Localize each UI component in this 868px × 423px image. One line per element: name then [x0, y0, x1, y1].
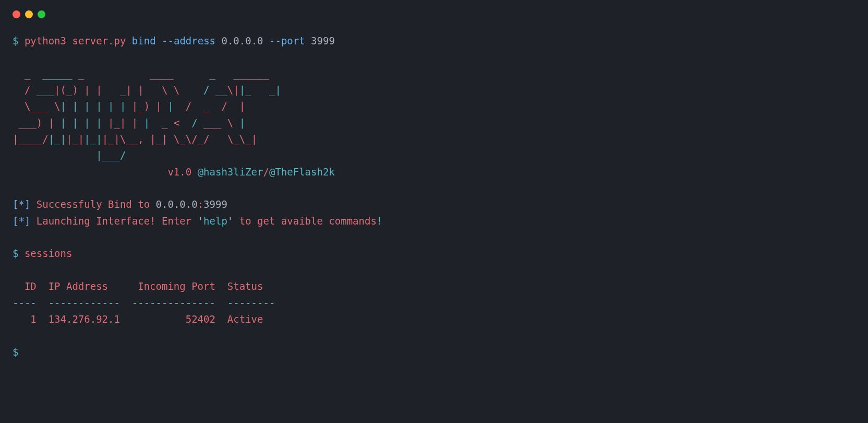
maximize-icon[interactable]: [38, 10, 45, 18]
ascii-art-line: _____: [30, 68, 72, 79]
ascii-art-line: [167, 133, 173, 145]
log-text: Launching Interface! Enter: [37, 215, 198, 227]
minimize-icon[interactable]: [25, 10, 33, 18]
ascii-art-line: |___/: [13, 149, 126, 161]
prompt-symbol: $: [13, 35, 18, 46]
log-prefix: [*]: [13, 198, 30, 210]
ascii-art-line: [144, 133, 150, 145]
ascii-art-line: [13, 100, 25, 112]
ascii-art-line: _ ____: [72, 68, 179, 79]
ascii-art-line: |_: [239, 84, 251, 96]
ascii-art-line: |(_) | | _| | \ \: [54, 84, 198, 96]
quote: ': [227, 215, 233, 227]
ascii-art-line: _ <: [162, 117, 179, 128]
ascii-art-line: |_|\__,: [102, 133, 144, 145]
log-text: to get avaible commands: [233, 215, 377, 227]
command-arg: 3999: [311, 35, 335, 46]
ascii-art-line: | | | |: [54, 117, 108, 128]
author-handle: @hash3liZer: [198, 166, 263, 178]
ascii-art-line: \_\_|: [227, 133, 257, 145]
ascii-art-line: _: [13, 68, 30, 79]
ascii-art-line: [210, 100, 222, 112]
exclaim: !: [377, 215, 382, 227]
command-sub: bind: [132, 35, 156, 46]
ascii-art-line: |____/: [13, 133, 49, 145]
table-header: ID IP Address Incoming Port Status: [13, 280, 263, 292]
ascii-art-line: |_|: [84, 133, 102, 145]
ascii-art-line: /: [13, 84, 37, 96]
ascii-art-line: _|: [269, 84, 281, 96]
prompt-symbol[interactable]: $: [13, 346, 18, 358]
command-flag: --port: [269, 35, 305, 46]
ascii-art-line: |: [162, 100, 186, 112]
ascii-art-line: | | | | | |: [61, 100, 132, 112]
command-flag: --address: [162, 35, 215, 46]
command-arg: 0.0.0.0: [221, 35, 263, 46]
ascii-art-line: [251, 84, 269, 96]
ascii-art-line: \_\/_/: [174, 133, 210, 145]
command-file: server.py: [72, 35, 126, 46]
ascii-art-line: /: [221, 100, 227, 112]
author-handle: @TheFlash2k: [269, 166, 335, 178]
ascii-art-line: |_) |: [132, 100, 162, 112]
ascii-art-line: |_|: [150, 133, 167, 145]
quote: ': [198, 215, 203, 227]
log-prefix: [*]: [13, 215, 30, 227]
ascii-art-line: |: [233, 117, 245, 128]
ascii-art-line: |_|: [49, 133, 66, 145]
slash: /: [263, 166, 269, 178]
log-text: Successfuly Bind to: [37, 198, 156, 210]
prompt-symbol: $: [13, 248, 18, 259]
ascii-art-line: _: [203, 100, 209, 112]
help-keyword: help: [203, 215, 227, 227]
terminal-output[interactable]: $ python3 server.py bind --address 0.0.0…: [13, 33, 855, 360]
ascii-art-line: \___ \: [25, 100, 61, 112]
command-input: sessions: [25, 248, 73, 259]
bind-address: 0.0.0.0: [156, 198, 198, 210]
ascii-art-line: /: [179, 117, 203, 128]
ascii-art-line: ___: [37, 84, 54, 96]
ascii-art-line: / __: [198, 84, 227, 96]
version-padding: [13, 166, 167, 178]
ascii-art-line: [227, 100, 239, 112]
ascii-art-line: |_| |: [108, 117, 138, 128]
ascii-art-line: [191, 100, 203, 112]
ascii-art-line: [210, 133, 227, 145]
ascii-art-line: ___ \: [203, 117, 233, 128]
ascii-art-line: ___) |: [13, 117, 54, 128]
table-row: 1 134.276.92.1 52402 Active: [13, 313, 263, 325]
ascii-art-line: /: [186, 100, 191, 112]
ascii-art-line: _: [179, 68, 221, 79]
close-icon[interactable]: [13, 10, 20, 18]
ascii-art-line: |_|: [66, 133, 84, 145]
table-separator: ---- ------------ -------------- -------…: [13, 297, 275, 309]
ascii-art-line: \|: [227, 84, 239, 96]
colon: :: [198, 198, 203, 210]
bind-port: 3999: [203, 198, 227, 210]
ascii-art-line: ______: [221, 68, 269, 79]
ascii-art-line: |: [239, 100, 245, 112]
version-text: v1.0: [167, 166, 191, 178]
window-titlebar: [13, 10, 855, 18]
command-exe: python3: [25, 35, 66, 46]
ascii-art-line: |: [138, 117, 162, 128]
